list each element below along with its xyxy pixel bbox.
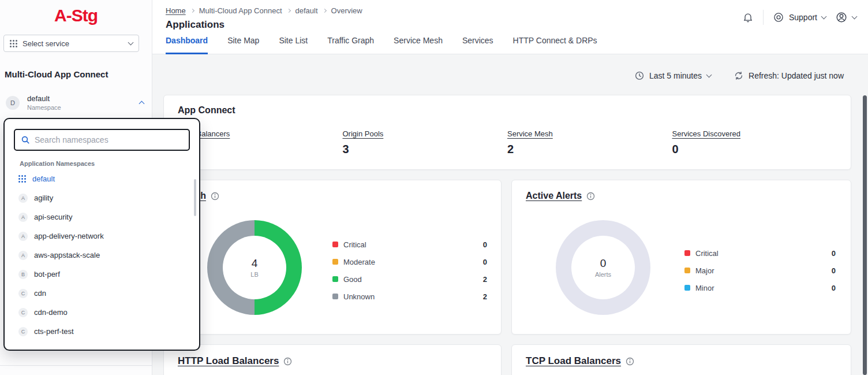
namespace-item-api-security[interactable]: A api-security <box>5 207 199 227</box>
legend-value: 2 <box>483 275 487 284</box>
tab-service-mesh[interactable]: Service Mesh <box>394 36 443 54</box>
topbar-actions: Support <box>742 10 856 25</box>
namespace-item-avatar: C <box>18 289 28 298</box>
namespace-item-avatar: A <box>18 251 28 260</box>
legend-value: 0 <box>832 266 836 275</box>
breadcrumb-separator-icon <box>286 8 290 12</box>
legend-value: 0 <box>832 249 836 258</box>
tab-site-list[interactable]: Site List <box>279 36 308 54</box>
legend-row-moderate: Moderate 0 <box>332 253 487 270</box>
main-area: Home Multi-Cloud App Connect default Ove… <box>152 0 868 375</box>
moderate-swatch-icon <box>332 259 338 265</box>
tcp-load-balancers-card: TCP Load Balancers <box>511 344 851 375</box>
info-icon[interactable] <box>283 357 292 366</box>
legend-label: Major <box>695 266 714 275</box>
time-range-label: Last 5 minutes <box>649 71 702 80</box>
health-card: Health 4 LB Critica <box>163 180 502 335</box>
info-icon[interactable] <box>586 192 595 201</box>
legend-value: 0 <box>483 240 487 249</box>
tab-dashboard[interactable]: Dashboard <box>166 36 208 54</box>
alerts-donut-center: 0 Alerts <box>556 220 650 315</box>
http-load-balancers-card: HTTP Load Balancers <box>163 344 502 375</box>
chevron-up-icon <box>139 101 145 107</box>
namespace-item-cdn[interactable]: C cdn <box>5 284 199 303</box>
account-menu[interactable] <box>835 11 856 24</box>
namespace-item-default[interactable]: default <box>5 169 199 188</box>
namespace-item-label: cdn <box>34 289 46 298</box>
tab-http-connect-drps[interactable]: HTTP Connect & DRPs <box>513 36 597 54</box>
active-alerts-title[interactable]: Active Alerts <box>526 191 582 201</box>
namespace-item-label: bot-perf <box>34 270 60 279</box>
namespace-dropdown: Application Namespaces default A agility… <box>3 118 200 351</box>
metric-origin-pools-link[interactable]: Origin Pools <box>343 129 384 138</box>
summary-metrics: Load Balancers 4 Origin Pools 3 Service … <box>178 128 837 156</box>
support-menu[interactable]: Support <box>773 12 826 23</box>
legend-value: 0 <box>832 284 836 292</box>
chevron-down-icon <box>821 14 827 20</box>
alerts-donut-chart: 0 Alerts <box>556 220 650 315</box>
http-load-balancers-title[interactable]: HTTP Load Balancers <box>178 355 279 367</box>
namespace-item-avatar: A <box>18 232 28 241</box>
good-swatch-icon <box>332 276 338 282</box>
unknown-swatch-icon <box>332 294 338 299</box>
namespace-item-avatar: B <box>18 270 28 279</box>
refresh-control[interactable]: Refresh: Updated just now <box>734 71 844 80</box>
health-legend: Critical 0 Moderate 0 Good 2 <box>332 236 487 305</box>
namespace-item-label: agility <box>34 194 53 202</box>
namespace-search-input[interactable] <box>35 135 183 144</box>
namespace-item-cts-perf-test[interactable]: C cts-perf-test <box>5 322 199 341</box>
namespace-item-app-delivery-network[interactable]: A app-delivery-network <box>5 227 199 246</box>
tab-services[interactable]: Services <box>462 36 493 54</box>
time-range-selector[interactable]: Last 5 minutes <box>635 71 711 80</box>
dropdown-scrollbar[interactable] <box>194 179 196 216</box>
namespace-item-label: default <box>32 174 55 183</box>
legend-label: Unknown <box>343 292 375 301</box>
namespace-item-agility[interactable]: A agility <box>5 188 199 207</box>
legend-row-critical: Critical 0 <box>684 244 836 262</box>
dashboard-toolbar: Last 5 minutes Refresh: Updated just now <box>163 70 844 81</box>
health-card-head: Health <box>178 191 487 201</box>
metric-load-balancers: Load Balancers 4 <box>178 128 343 156</box>
metric-service-mesh-value: 2 <box>507 143 672 156</box>
legend-value: 0 <box>483 258 487 266</box>
health-donut-center: 4 LB <box>207 220 302 315</box>
info-icon[interactable] <box>211 192 219 201</box>
health-donut-value: 4 <box>252 257 258 270</box>
namespace-type-label: Namespace <box>27 104 132 111</box>
grid-icon <box>18 175 26 183</box>
metric-services-discovered-link[interactable]: Services Discovered <box>672 129 741 138</box>
tcp-load-balancers-title[interactable]: TCP Load Balancers <box>526 355 621 367</box>
namespace-item-cdn-demo[interactable]: C cdn-demo <box>5 303 199 322</box>
topbar: Home Multi-Cloud App Connect default Ove… <box>152 0 868 36</box>
breadcrumb-namespace[interactable]: default <box>295 6 318 15</box>
bell-icon[interactable] <box>742 12 754 23</box>
namespace-search[interactable] <box>14 129 190 151</box>
namespace-item-aws-appstack-scale[interactable]: A aws-appstack-scale <box>5 246 199 265</box>
page-scrollbar[interactable] <box>863 95 867 375</box>
health-donut-chart: 4 LB <box>207 220 302 315</box>
info-icon[interactable] <box>626 357 634 366</box>
legend-row-unknown: Unknown 2 <box>332 288 487 305</box>
critical-swatch-icon <box>684 250 690 256</box>
dashboard-content: Last 5 minutes Refresh: Updated just now… <box>152 54 868 375</box>
namespace-selector[interactable]: D default Namespace <box>6 94 144 111</box>
refresh-icon <box>734 71 743 80</box>
tab-site-map[interactable]: Site Map <box>227 36 259 54</box>
namespace-texts: default Namespace <box>27 94 132 111</box>
chevron-down-icon <box>706 72 712 78</box>
metric-service-mesh-link[interactable]: Service Mesh <box>507 129 553 138</box>
tab-traffic-graph[interactable]: Traffic Graph <box>327 36 374 54</box>
chevron-down-icon <box>128 40 134 46</box>
major-swatch-icon <box>684 268 690 273</box>
namespace-list: default A agility A api-security A app-d… <box>5 169 199 341</box>
grid-icon <box>10 40 17 47</box>
service-selector[interactable]: Select service <box>3 35 139 52</box>
namespace-group-label: Application Namespaces <box>20 160 199 167</box>
breadcrumb-service[interactable]: Multi-Cloud App Connect <box>199 6 282 15</box>
cards-row-charts: Health 4 LB Critica <box>163 180 851 335</box>
breadcrumb-home[interactable]: Home <box>166 6 186 15</box>
metric-origin-pools: Origin Pools 3 <box>343 128 508 156</box>
chevron-down-icon <box>852 14 858 20</box>
namespace-item-bot-perf[interactable]: B bot-perf <box>5 265 199 284</box>
metric-origin-pools-value: 3 <box>343 143 508 156</box>
